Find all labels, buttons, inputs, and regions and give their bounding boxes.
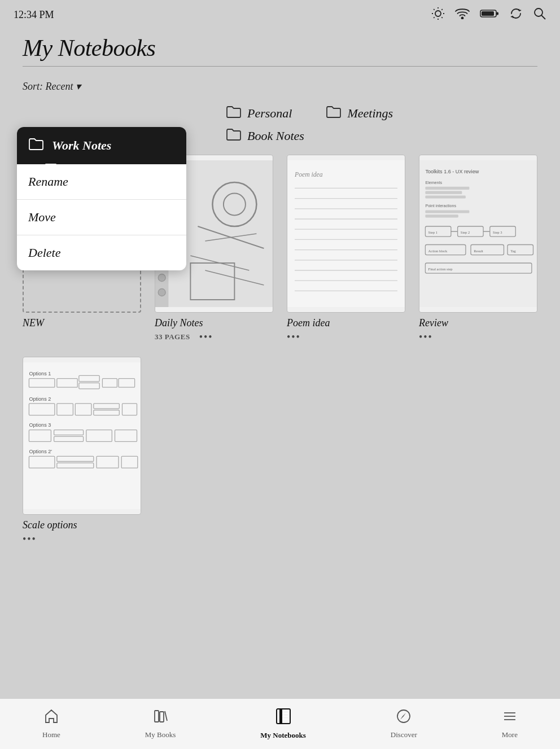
svg-rect-98 [155,711,159,722]
context-menu-title: Work Notes [52,138,111,153]
folder-name-personal: Personal [247,106,292,121]
svg-point-0 [435,11,441,16]
context-menu-header: Work Notes [17,127,186,164]
svg-text:Options 2': Options 2' [29,449,52,454]
svg-text:Elements: Elements [425,181,442,185]
notebook-title-review: Review [419,317,537,329]
svg-rect-102 [279,709,282,724]
svg-rect-99 [160,712,164,722]
svg-text:Options 2: Options 2 [29,396,51,402]
status-icons [431,7,546,23]
svg-point-24 [158,274,165,282]
svg-rect-11 [496,12,498,15]
page-title-area: My Notebooks [0,30,560,73]
notebook-pages-daily: 33 PAGES [155,332,190,341]
svg-text:Options 1: Options 1 [29,371,51,376]
notebook-more-scale[interactable]: ••• [23,533,141,545]
sync-icon [509,7,523,23]
notebook-title-poem: Poem idea [287,317,405,329]
sort-control[interactable]: Sort: Recent ▾ [23,81,81,92]
svg-text:Final action step: Final action step [428,267,453,271]
notebook-thumbnail-review: Toolkits 1.6 - UX review Elements Point … [419,155,537,313]
svg-line-7 [434,17,434,17]
more-label: More [502,730,518,739]
discover-icon [396,708,412,728]
notebook-more-poem[interactable]: ••• [287,331,405,343]
folder-icon-white [28,137,44,154]
svg-text:Step 2: Step 2 [461,230,470,234]
sort-bar: Sort: Recent ▾ [0,73,560,99]
svg-text:Options 3: Options 3 [29,422,51,428]
svg-rect-12 [482,11,494,16]
notebook-card-scale[interactable]: Options 1 Options 2 Opti [23,357,141,545]
svg-text:Result: Result [474,249,483,253]
rename-menu-item[interactable]: Rename [17,164,186,200]
my-notebooks-label: My Notebooks [260,731,306,740]
svg-line-4 [441,17,442,17]
svg-marker-107 [400,713,406,720]
nav-item-discover[interactable]: Discover [382,704,426,744]
svg-text:Point interactions: Point interactions [425,204,456,208]
my-books-label: My Books [145,730,176,739]
home-icon [43,708,59,728]
notebook-thumbnail-scale: Options 1 Options 2 Opti [23,357,141,515]
svg-text:Poem idea: Poem idea [294,171,323,178]
svg-rect-49 [425,187,469,190]
nav-item-more[interactable]: More [493,704,527,744]
svg-rect-54 [425,214,458,217]
notebooks-grid-row2: Options 1 Options 2 Opti [23,357,537,545]
folder-name-book-notes: Book Notes [247,129,304,143]
svg-line-3 [434,9,434,10]
svg-text:Step 1: Step 1 [428,230,438,234]
notebook-title-scale: Scale options [23,519,141,531]
context-menu: Work Notes Rename Move Delete [17,127,186,270]
svg-point-13 [535,8,542,16]
sort-chevron: ▾ [76,81,81,92]
svg-line-8 [441,9,442,10]
notebook-card-review[interactable]: Toolkits 1.6 - UX review Elements Point … [419,155,537,343]
nav-item-my-books[interactable]: My Books [136,704,185,744]
svg-text:Tag: Tag [510,249,516,253]
folder-item-book-notes[interactable]: Book Notes [226,128,304,144]
page-title: My Notebooks [23,34,537,62]
folder-name-meetings: Meetings [347,106,393,121]
folder-item-meetings[interactable]: Meetings [326,105,393,122]
nav-item-my-notebooks[interactable]: My Notebooks [251,703,315,744]
notebook-more-review[interactable]: ••• [419,331,537,343]
notebook-title-daily: Daily Notes [155,317,273,329]
folder-icon-book-notes [226,128,242,144]
bottom-nav: Home My Books My Notebooks [0,698,560,749]
books-icon [152,708,168,728]
sort-value: Recent [46,81,73,92]
notebook-title-new: NEW [23,317,141,329]
move-menu-item[interactable]: Move [17,200,186,235]
nav-item-home[interactable]: Home [33,704,69,744]
battery-icon [480,8,499,21]
svg-rect-50 [425,191,462,194]
status-bar: 12:34 PM [0,0,560,30]
folder-row: Personal Meetings [23,105,537,122]
folder-icon-meetings [326,105,342,122]
svg-rect-51 [425,195,466,198]
svg-line-14 [541,15,545,19]
search-icon[interactable] [533,7,546,23]
wifi-icon [455,8,470,22]
status-time: 12:34 PM [14,9,54,21]
rename-label: Rename [28,174,68,189]
brightness-icon [431,7,445,23]
svg-rect-71 [23,362,141,509]
svg-line-100 [165,711,167,721]
svg-rect-53 [425,210,469,213]
notebook-more-daily[interactable]: ••• [199,331,213,343]
delete-menu-item[interactable]: Delete [17,235,186,270]
sort-label-text: Sort: [23,81,43,92]
svg-point-25 [158,289,165,296]
context-menu-arrow [45,164,56,170]
notebook-thumbnail-poem: Poem idea [287,155,405,313]
discover-label: Discover [391,730,417,739]
svg-rect-33 [287,160,405,307]
folder-item-personal[interactable]: Personal [226,105,292,122]
notebook-card-poem[interactable]: Poem idea Poem idea ••• [287,155,405,343]
svg-text:Action block: Action block [428,249,448,253]
folder-icon-personal [226,105,242,122]
